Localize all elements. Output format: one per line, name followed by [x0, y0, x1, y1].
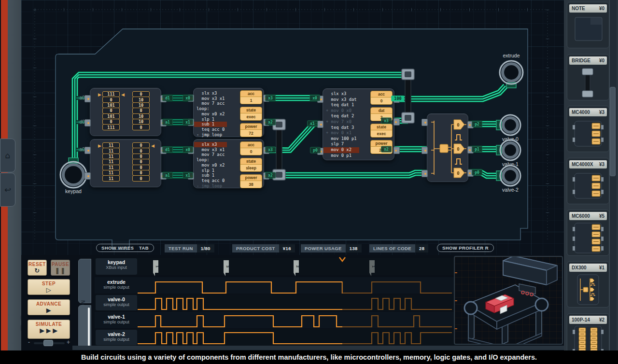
chip-registers: acc1stateexecpower72	[240, 90, 262, 137]
chip-pin	[421, 170, 428, 177]
part-price: ¥3	[599, 110, 604, 115]
signal-name: extrude	[96, 279, 137, 285]
playhead-cursor[interactable]	[339, 257, 345, 261]
code-line: slx x3	[194, 142, 227, 147]
reset-button[interactable]: RESET↻	[28, 260, 47, 276]
code-line: mov 7 acc	[197, 101, 225, 106]
chip-pin	[421, 119, 428, 126]
step-button-icon: ▷	[28, 287, 70, 293]
code-line: slp 1	[197, 168, 225, 173]
step-button[interactable]: STEP▷	[28, 279, 70, 295]
memory-cell: 0	[132, 159, 150, 165]
signal-type: simple output	[96, 285, 137, 290]
wire-tag-x1: x1	[183, 119, 193, 126]
microcontroller-chip-0[interactable]: slx x3 mov x3 x1 mov 7 accloop: mov x0 x…	[193, 88, 264, 137]
signal-label-keypad: keypadXBus input	[96, 258, 137, 275]
chip-code: slx x3 mov x3 x1 mov 7 accloop: mov x0 x…	[197, 142, 225, 188]
speed-slider-thumb[interactable]	[43, 340, 53, 346]
code-line: teq acc 0	[197, 127, 225, 132]
memory-column: 111010101010111	[102, 92, 120, 130]
register-power: power72	[240, 123, 262, 137]
register-name: dat	[371, 108, 392, 114]
register-state: statesleep	[240, 158, 262, 172]
tab-verification[interactable]: VERIFICATION	[78, 305, 91, 349]
nozzle-icon	[526, 292, 529, 295]
button-label: STEP	[28, 281, 70, 286]
memory-chip-0[interactable]: 11101010101011101010010100▶◀	[90, 88, 161, 136]
show-profiler-button[interactable]: SHOW PROFILERR	[437, 244, 494, 252]
register-value: exec	[240, 113, 262, 120]
wire-tag-x2: x2	[265, 119, 276, 126]
pause-button[interactable]: PAUSE❚❚	[51, 260, 70, 276]
nozzle-icon	[530, 293, 533, 296]
register-value: 0	[371, 98, 392, 104]
stat-value: ¥16	[279, 244, 295, 252]
memory-cell: 0	[102, 97, 120, 102]
code-line: + mov 0 x0	[326, 108, 357, 114]
code-line: loop:	[197, 157, 225, 163]
code-line: mov 0 p1	[326, 153, 357, 159]
trace-valve-1	[138, 316, 452, 327]
caption-bar: Build circuits using a variety of compon…	[0, 350, 618, 364]
memory-cell: 0	[132, 124, 150, 130]
chip-pin	[84, 95, 91, 102]
code-line: mov x3 dat	[326, 97, 357, 103]
simulate-button[interactable]: SIMULATE▶ ▶ ▶	[28, 320, 70, 339]
wire-tag-x0: x0	[309, 95, 320, 101]
port-label-keypad: keypad	[65, 188, 82, 194]
memory-column: 0000000	[132, 143, 150, 182]
register-acc: acc0	[370, 91, 393, 105]
chip-pin	[84, 119, 91, 126]
register-value: 72	[240, 130, 262, 137]
part-price: ¥5	[599, 213, 604, 219]
input-marker-flag: 1	[153, 260, 159, 276]
stat-value: 28	[415, 244, 428, 252]
memory-cell: 11	[102, 148, 120, 154]
register-name: power	[240, 124, 262, 130]
port-label-valve-2: valve-2	[502, 187, 519, 193]
wire-value-label: 100	[391, 96, 404, 101]
microcontroller-chip-1[interactable]: slx x3 mov x3 x1 mov 7 accloop: mov x0 x…	[193, 139, 264, 188]
tab-information[interactable]: INFORMATION	[78, 259, 91, 303]
expander-core	[440, 144, 448, 153]
code-line: slx x3	[197, 91, 225, 96]
machine-illustration	[454, 256, 563, 345]
panel-tick	[455, 300, 457, 301]
pause-button-icon: ❚❚	[51, 267, 70, 274]
signal-name: valve-0	[96, 296, 137, 302]
wire-tag-a1: a1	[162, 172, 173, 179]
stat-test-run: TEST RUN1/80	[165, 244, 214, 252]
chip-pin	[84, 147, 91, 154]
chip-pin	[84, 172, 91, 180]
show-wires-button[interactable]: SHOW WIRESTAB	[96, 244, 154, 252]
memory-pointer-out-icon: ◀	[151, 143, 154, 148]
part-card-mc6000[interactable]: MC6000¥5	[567, 210, 609, 256]
part-price: ¥0	[599, 58, 604, 63]
advance-button[interactable]: ADVANCE▶	[28, 299, 70, 315]
part-name: NOTE	[572, 6, 585, 11]
signal-type: simple output	[96, 302, 137, 307]
part-card-dx300[interactable]: DX300¥1	[567, 261, 609, 308]
signal-label-extrude: extrudesimple output	[96, 278, 137, 293]
sidebar-scrollbar-thumb[interactable]	[610, 87, 616, 176]
button-label: RESET	[28, 262, 46, 267]
gate-expander-chip[interactable]: 000	[427, 113, 468, 182]
conveyor-drum	[535, 298, 548, 311]
memory-cell: 111	[102, 124, 120, 130]
part-card-mc4000[interactable]: MC4000¥3	[567, 106, 609, 152]
part-name: 100P-14	[572, 317, 590, 322]
button-label: ADVANCE	[28, 301, 70, 307]
wire-tag-x1: x1	[307, 121, 318, 127]
input-marker-flag: 1	[369, 260, 376, 276]
part-price: ¥0	[599, 6, 604, 11]
part-card-bridge[interactable]: BRIDGE¥0	[567, 54, 609, 100]
memory-chip-1[interactable]: 111111111111110000000▶◀	[90, 139, 161, 187]
part-card-mc4000x[interactable]: MC4000X¥3	[567, 158, 609, 204]
chip-code: slx x3 mov x3 x1 mov 7 accloop: mov x0 x…	[197, 91, 225, 137]
signal-name: valve-2	[96, 331, 137, 337]
advance-button-icon: ▶	[28, 307, 70, 313]
part-thumbnail-mc4000x	[567, 170, 609, 203]
stat-value: 138	[346, 244, 362, 252]
code-line: mov 100 p1	[326, 136, 357, 142]
part-card-note[interactable]: NOTE¥0	[567, 2, 609, 48]
